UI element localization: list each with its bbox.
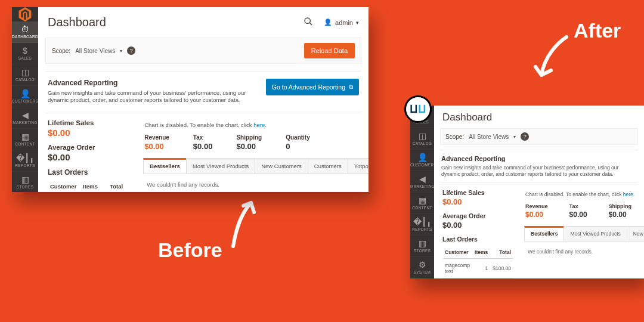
scope-label: Scope: xyxy=(52,48,70,54)
col-items: Items xyxy=(80,180,100,192)
sidebar-item-sales[interactable]: $ SALES xyxy=(12,43,38,64)
tab-body-empty: We couldn't find any records. xyxy=(524,242,644,262)
content-icon: ▦ xyxy=(12,132,38,141)
after-label: After xyxy=(574,19,621,42)
account-menu[interactable]: 👤 admin ▾ xyxy=(324,18,359,26)
sidebar-item-customers[interactable]: 👤 CUSTOMERS xyxy=(410,150,434,171)
scope-select[interactable]: All Store Views xyxy=(469,134,509,140)
catalog-icon: ◫ xyxy=(12,68,38,76)
user-icon: 👤 xyxy=(324,18,332,26)
tab-most-viewed[interactable]: Most Viewed Products xyxy=(564,226,627,241)
tab-new-customers[interactable]: New Customers xyxy=(627,226,644,241)
sidebar-item-stores[interactable]: ▥ STORES xyxy=(410,236,434,257)
lifetime-sales-value: $0.00 xyxy=(48,128,125,138)
help-icon[interactable]: ? xyxy=(521,132,529,141)
marketing-icon: ◀ xyxy=(12,111,38,119)
sidebar-item-reports[interactable]: �┃╻ REPORTS xyxy=(12,150,38,172)
sidebar-item-label: REPORTS xyxy=(410,227,434,231)
col-total: Total xyxy=(490,246,513,259)
system-icon: ⚙ xyxy=(410,261,434,269)
sidebar-item-content[interactable]: ▦ CONTENT xyxy=(12,129,38,150)
before-label: Before xyxy=(158,239,222,262)
sidebar-item-dashboard[interactable]: ⏱ DASHBOARD xyxy=(12,21,38,43)
page-title: Dashboard xyxy=(48,16,304,29)
reload-data-button[interactable]: Reload Data xyxy=(304,43,355,58)
content-icon: ▦ xyxy=(410,196,434,205)
reports-icon: �┃╻ xyxy=(12,154,38,162)
svg-point-0 xyxy=(305,18,310,23)
sidebar-item-label: DASHBOARD xyxy=(12,35,38,39)
sidebar-item-label: CONTENT xyxy=(12,142,38,146)
col-customer: Customer xyxy=(48,180,80,192)
search-icon[interactable] xyxy=(304,17,313,28)
tab-bestsellers[interactable]: Bestsellers xyxy=(143,158,187,174)
stat-revenue-value: $0.00 xyxy=(525,210,548,219)
stat-revenue-label: Revenue xyxy=(525,203,548,209)
chevron-down-icon: ▾ xyxy=(513,134,516,140)
tab-bestsellers[interactable]: Bestsellers xyxy=(524,226,564,241)
go-advanced-reporting-button[interactable]: Go to Advanced Reporting ⧉ xyxy=(266,79,359,95)
sidebar-item-label: CUSTOMERS xyxy=(12,99,38,103)
stat-tax-label: Tax xyxy=(193,134,213,141)
sidebar-item-system[interactable]: ⚙ SYSTEM xyxy=(410,257,434,278)
scope-bar: Scope: All Store Views ▾ ? xyxy=(440,128,638,145)
sales-icon: $ xyxy=(12,47,38,55)
average-order-label: Average Order xyxy=(442,212,513,219)
sidebar-item-label: CATALOG xyxy=(410,141,434,145)
advanced-reporting-block: Advanced Reporting Gain new insights and… xyxy=(440,150,638,179)
tab-customers[interactable]: Customers xyxy=(308,158,348,174)
sidebar-item-content[interactable]: ▦ CONTENT xyxy=(410,193,434,214)
lifetime-sales-value: $0.00 xyxy=(442,197,513,206)
sidebar-item-catalog[interactable]: ◫ CATALOG xyxy=(410,128,434,150)
sidebar-item-customers[interactable]: 👤 CUSTOMERS xyxy=(12,86,38,107)
cell-items: 1 xyxy=(472,259,490,278)
last-orders-table: Customer Items Total magecomp test 1 $10… xyxy=(442,246,513,278)
advanced-title: Advanced Reporting xyxy=(441,155,637,162)
average-order-label: Average Order xyxy=(48,144,125,151)
advanced-body: Gain new insights and take command of yo… xyxy=(48,89,254,104)
stores-icon: ▥ xyxy=(410,239,434,247)
last-orders-title: Last Orders xyxy=(442,236,513,243)
page-title: Dashboard xyxy=(442,112,636,123)
advanced-reporting-block: Advanced Reporting Gain new insights and… xyxy=(45,71,361,107)
stat-revenue-label: Revenue xyxy=(144,134,169,141)
stat-qty-label: Quantity xyxy=(286,134,310,141)
sidebar-item-marketing[interactable]: ◀ MARKETING xyxy=(410,171,434,193)
average-order-value: $0.00 xyxy=(442,221,513,230)
col-items: Items xyxy=(472,246,490,259)
chart-disabled-message: Chart is disabled. To enable the chart, … xyxy=(144,122,369,128)
customers-icon: 👤 xyxy=(410,153,434,162)
chevron-down-icon: ▾ xyxy=(120,48,122,54)
table-header-row: Customer Items Total xyxy=(48,180,125,192)
table-row[interactable]: magecomp test 1 $100.00 xyxy=(442,259,513,278)
tab-new-customers[interactable]: New Customers xyxy=(255,158,308,174)
enable-chart-link[interactable]: here xyxy=(253,122,265,128)
button-label: Go to Advanced Reporting xyxy=(272,83,345,91)
scope-select[interactable]: All Store Views xyxy=(75,48,115,54)
sidebar-item-reports[interactable]: �┃╻ REPORTS xyxy=(410,214,434,236)
sidebar-item-label: REPORTS xyxy=(12,163,38,168)
sidebar-item-marketing[interactable]: ◀ MARKETING xyxy=(12,107,38,129)
last-orders-table: Customer Items Total magecomp test 1 $10… xyxy=(48,180,125,192)
stat-shipping-value: $0.00 xyxy=(236,142,262,151)
stat-revenue-value: $0.00 xyxy=(144,142,169,151)
custom-brand-icon: ⵡⵡ xyxy=(410,103,426,116)
tab-body-empty: We couldn't find any records. xyxy=(143,174,369,192)
sidebar-item-label: MARKETING xyxy=(410,184,434,188)
sidebar-item-label: CUSTOMERS xyxy=(410,163,434,167)
after-panel: $ SALES ◫ CATALOG 👤 CUSTOMERS ◀ MARKETIN… xyxy=(410,106,644,278)
scope-bar: Scope: All Store Views ▾ ? Reload Data xyxy=(45,38,361,64)
stat-tax-value: $0.00 xyxy=(569,210,587,219)
col-total: Total xyxy=(100,180,125,192)
lifetime-sales-label: Lifetime Sales xyxy=(48,119,125,126)
tab-most-viewed[interactable]: Most Viewed Products xyxy=(186,158,255,174)
tab-yotpo[interactable]: Yotpo Reviews xyxy=(348,158,369,174)
sidebar-item-catalog[interactable]: ◫ CATALOG xyxy=(12,64,38,86)
admin-sidebar: ⏱ DASHBOARD $ SALES ◫ CATALOG 👤 CUSTOMER… xyxy=(12,7,38,192)
sidebar-item-stores[interactable]: ▥ STORES xyxy=(12,172,38,192)
cell-customer: magecomp test xyxy=(442,259,472,278)
enable-chart-link[interactable]: here xyxy=(623,191,633,197)
help-icon[interactable]: ? xyxy=(127,47,135,55)
stores-icon: ▥ xyxy=(12,175,38,184)
before-arrow xyxy=(224,196,266,249)
